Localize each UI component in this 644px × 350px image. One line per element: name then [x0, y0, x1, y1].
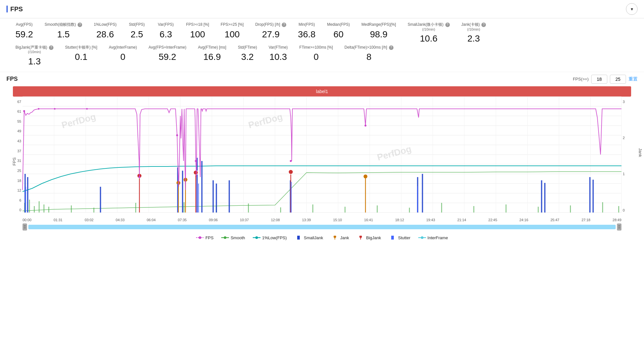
- svg-point-96: [176, 134, 178, 136]
- svg-rect-106: [297, 236, 300, 240]
- dropdown-button[interactable]: ▾: [626, 3, 638, 15]
- legend-label-fps-legend: FPS: [205, 235, 213, 240]
- metric-avg-fps-iframe: Avg(FPS+InterFrame)59.2: [143, 45, 192, 62]
- fps-threshold-2[interactable]: [610, 75, 626, 84]
- svg-rect-53: [570, 205, 571, 213]
- svg-rect-55: [618, 206, 619, 213]
- legend-item-jank-legend[interactable]: Jank: [331, 235, 349, 240]
- metrics-row-1: Avg(FPS)59.2Smooth(稳帧指数) ?1.51%Low(FPS)2…: [10, 22, 634, 44]
- smooth-bars: [24, 200, 619, 213]
- y-axis-left-label: FPS: [12, 157, 17, 166]
- smooth-line: [23, 172, 621, 211]
- metrics-row-2: BigJank(严重卡顿) ?(/10min)1.3Stutter(卡顿率) […: [10, 45, 634, 67]
- svg-rect-40: [135, 203, 136, 213]
- legend-item-smooth-legend[interactable]: Smooth: [221, 235, 245, 240]
- svg-rect-70: [544, 183, 545, 213]
- metric-medrange-fps: MedRange(FPS)[%]98.9: [356, 22, 402, 40]
- reset-button[interactable]: 重置: [629, 76, 638, 82]
- metric-jank: Jank(卡顿) ?(/10min)2.3: [456, 22, 492, 44]
- scrollbar-right-handle[interactable]: [617, 223, 621, 231]
- svg-rect-38: [71, 205, 72, 213]
- chart-area: 67 61 55 49 43 37 31 25 18 12 6 0 PerfDo…: [10, 97, 634, 222]
- page-title: FPS: [6, 5, 23, 13]
- fps-threshold-1[interactable]: [591, 75, 607, 84]
- legend-label-jank-legend: Jank: [340, 235, 349, 240]
- svg-rect-86: [177, 184, 178, 213]
- svg-point-101: [199, 236, 201, 239]
- metric-fps-gte-18: FPS>=18 [%]100: [180, 22, 215, 40]
- svg-rect-60: [182, 171, 183, 213]
- svg-rect-68: [422, 174, 423, 213]
- legend-item-stutter-legend[interactable]: Stutter: [389, 235, 410, 240]
- svg-point-84: [289, 170, 293, 174]
- scrollbar-track[interactable]: [28, 225, 616, 229]
- svg-point-105: [255, 236, 258, 239]
- legend-item-1plow-legend[interactable]: 1%Low(FPS): [253, 235, 287, 240]
- fps-gte-label: FPS(>=): [573, 77, 589, 81]
- svg-rect-69: [541, 180, 542, 213]
- metric-median-fps: Median(FPS)60: [321, 22, 356, 40]
- metric-avg-fps: Avg(FPS)59.2: [10, 22, 39, 40]
- chart-svg-container: PerfDog PerfDog PerfDog: [23, 97, 621, 222]
- legend-label-iframe-legend: InterFrame: [428, 235, 448, 240]
- legend-icon-smooth-legend: [221, 236, 229, 240]
- svg-point-110: [359, 236, 362, 238]
- svg-point-103: [224, 236, 226, 239]
- title-text: FPS: [10, 5, 23, 13]
- legend-label-sj-legend: SmallJank: [304, 235, 323, 240]
- legend-icon-stutter-legend: [389, 236, 396, 240]
- legend-item-sj-legend[interactable]: SmallJank: [295, 235, 323, 240]
- svg-rect-58: [100, 187, 101, 213]
- svg-rect-39: [93, 208, 94, 213]
- svg-point-113: [421, 236, 423, 239]
- svg-rect-71: [589, 177, 591, 213]
- fps-section-title: FPS: [6, 76, 18, 82]
- metric-stutter: Stutter(卡顿率) [%]0.1: [59, 45, 103, 62]
- 1plow-line: [23, 166, 621, 192]
- svg-rect-72: [592, 180, 594, 213]
- svg-point-94: [86, 108, 88, 109]
- scrollbar-left-handle[interactable]: [23, 223, 27, 231]
- legend-item-iframe-legend[interactable]: InterFrame: [418, 235, 448, 240]
- svg-rect-52: [538, 207, 539, 213]
- svg-rect-57: [27, 177, 28, 213]
- x-axis: 00:00 01:31 03:02 04:33 06:04 07:35 09:0…: [23, 217, 621, 222]
- svg-point-78: [364, 175, 367, 178]
- svg-rect-44: [280, 207, 281, 213]
- svg-rect-33: [29, 200, 30, 213]
- svg-point-108: [334, 236, 336, 238]
- svg-rect-37: [48, 207, 49, 213]
- metric-fps-gte-25: FPS>=25 [%]100: [215, 22, 249, 40]
- header: FPS ▾: [0, 0, 644, 18]
- metric-std-ftime: Std(FTime)3.2: [232, 45, 263, 62]
- legend-label-bj-legend: BigJank: [366, 235, 381, 240]
- metric-delta-ftime: Delta(FTime)>100ms [/h] ?8: [339, 45, 399, 62]
- svg-rect-34: [34, 206, 35, 213]
- legend-icon-1plow-legend: [253, 236, 260, 240]
- metric-var-fps: Var(FPS)6.3: [151, 22, 180, 40]
- legend-icon-iframe-legend: [418, 236, 426, 240]
- fps-line: [23, 109, 621, 190]
- chart-label-bar: label1: [13, 86, 631, 97]
- svg-point-95: [138, 176, 140, 178]
- svg-rect-54: [602, 202, 603, 213]
- scrollbar-container: [23, 223, 621, 231]
- fps-section: FPS FPS(>=) 重置 label1 67 61 55 49 43 37 …: [0, 72, 644, 231]
- main-chart-svg: [23, 97, 621, 216]
- svg-rect-36: [43, 204, 44, 213]
- svg-rect-111: [391, 236, 394, 240]
- svg-rect-51: [506, 204, 507, 213]
- svg-rect-41: [184, 202, 185, 213]
- svg-rect-64: [216, 184, 217, 213]
- legend-icon-sj-legend: [295, 236, 302, 240]
- legend-item-bj-legend[interactable]: BigJank: [357, 235, 381, 240]
- metric-drop-fps: Drop(FPS) [/h] ?27.9: [250, 22, 292, 40]
- svg-rect-45: [312, 204, 313, 213]
- svg-rect-90: [417, 186, 418, 213]
- y-axis-right: 3 2 1 0 Jank: [621, 97, 634, 222]
- legend-item-fps-legend[interactable]: FPS: [196, 235, 213, 240]
- legend-label-stutter-legend: Stutter: [398, 235, 410, 240]
- metric-bigjank: BigJank(严重卡顿) ?(/10min)1.3: [10, 45, 59, 67]
- svg-rect-89: [291, 182, 292, 213]
- chevron-down-icon: ▾: [631, 6, 633, 12]
